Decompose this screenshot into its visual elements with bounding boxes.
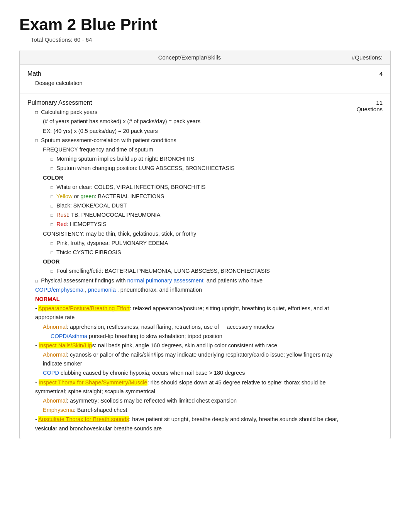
sputum-header: □ Sputum assessment-correlation with pat…: [27, 136, 349, 145]
frequency-label: FREQUENCY frequency and time of sputum: [27, 145, 349, 154]
pulmonary-section: Pulmonary Assessment □ Calculating pack …: [20, 94, 390, 439]
rust: □ Rust: TB, PNEUMOCOCAL PNEUMONIA: [27, 211, 349, 219]
pack-years-example: EX: (40 yrs) x (0.5 packs/day) = 20 pack…: [27, 127, 349, 136]
consistency-label: CONSISTENCY: may be thin, thick, gelatin…: [27, 229, 349, 238]
appearance-posture: - Appearance/Posture/Breathing Effort: r…: [27, 304, 349, 322]
white-clear: □ White or clear: COLDS, VIRAL INFECTION…: [27, 183, 349, 192]
table-body: Math Dosage calculation 4 Pulmonary Asse…: [20, 65, 390, 439]
copd-asthma-breathing: COPD/Asthma pursed-lip breathing to slow…: [27, 332, 349, 341]
morning-sputum: □ Morning sputum implies build up at nig…: [27, 155, 349, 163]
pulmonary-questions: 11 Questions: [349, 99, 383, 112]
abnormal-thorax: Abnormal: asymmetry; Scoliosis may be re…: [27, 396, 349, 405]
inspect-thorax: - Inspect Thorax for Shape/Symmetry/Musc…: [27, 378, 349, 396]
conditions-list: COPD/emphysema , pneumonia , pneumothora…: [27, 286, 349, 294]
dosage-calc: Dosage calculation: [27, 79, 352, 88]
header-questions: #Questions:: [352, 54, 383, 61]
page-title: Exam 2 Blue Print: [19, 15, 391, 34]
auscultate-thorax: - Auscultate Thorax for Breath sounds: h…: [27, 415, 349, 433]
color-label: COLOR: [27, 173, 349, 182]
abnormal-nails: Abnormal: cyanosis or pallor of the nail…: [27, 350, 349, 368]
black: □ Black: SMOKE/COAL DUST: [27, 201, 349, 210]
foul-smelling: □ Foul smelling/fetid: BACTERIAL PNEUMON…: [27, 267, 349, 275]
red-hemoptysis: □ Red: HEMOPTYSIS: [27, 220, 349, 229]
subtitle: Total Questions: 60 - 64: [19, 36, 391, 43]
physical-assessment-intro: □ Physical assessment findings with norm…: [27, 276, 349, 285]
math-title: Math: [27, 70, 352, 77]
normal-label: NORMAL: [27, 295, 349, 304]
copd-clubbing: COPD clubbing caused by chronic hypoxia;…: [27, 369, 349, 377]
pack-years-header: □ Calculating pack years: [27, 108, 349, 117]
odor-label: ODOR: [27, 257, 349, 266]
table-header: Concept/Exemplar/Skills #Questions:: [20, 50, 390, 65]
abnormal-appearance: Abnormal: apprehension, restlessness, na…: [27, 323, 349, 331]
math-section: Math Dosage calculation 4: [20, 65, 390, 94]
pink-frothy: □ Pink, frothy, dyspnea: PULMONARY EDEMA: [27, 239, 349, 248]
position-sputum: □ Sputum when changing position: LUNG AB…: [27, 164, 349, 173]
thick-cf: □ Thick: CYSTIC FIBROSIS: [27, 248, 349, 257]
header-concept: Concept/Exemplar/Skills: [27, 54, 352, 61]
emphysema-barrel: Emphysema: Barrel-shaped chest: [27, 406, 349, 415]
pulmonary-title: Pulmonary Assessment: [27, 99, 349, 106]
blueprint-table: Concept/Exemplar/Skills #Questions: Math…: [19, 50, 391, 439]
yellow-green: □ Yellow or green: BACTERIAL INFECTIONS: [27, 192, 349, 201]
pack-years-formula: (# of years patient has smoked) x (# of …: [27, 117, 349, 126]
inspect-nails: - Inspect Nails/Skin/Lips: nail beds pin…: [27, 341, 349, 350]
math-questions: 4: [352, 70, 383, 77]
